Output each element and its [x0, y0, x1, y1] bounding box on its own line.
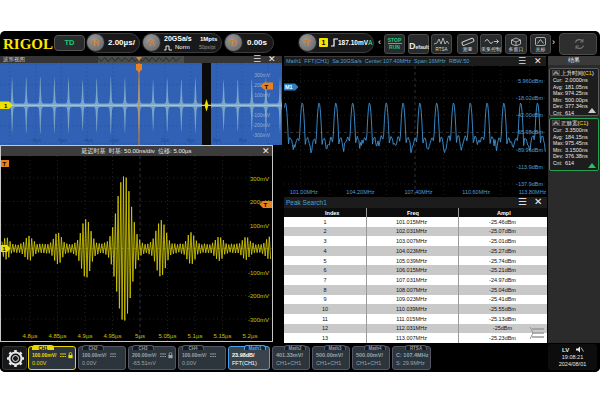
- svg-text:-300mV: -300mV: [252, 132, 270, 138]
- svg-text:4µs: 4µs: [187, 137, 196, 143]
- svg-text:-6µs: -6µs: [57, 137, 67, 143]
- svg-text:5µs: 5µs: [135, 333, 145, 339]
- svg-text:6µs: 6µs: [213, 137, 222, 143]
- svg-text:107.40MHz: 107.40MHz: [404, 189, 432, 195]
- svg-text:5.2µs: 5.2µs: [243, 333, 258, 339]
- svg-text:104.20MHz: 104.20MHz: [346, 189, 374, 195]
- svg-text:-89.96dBm: -89.96dBm: [516, 147, 543, 153]
- svg-text:-42.00dBm: -42.00dBm: [516, 112, 543, 118]
- svg-text:-2µs: -2µs: [109, 137, 119, 143]
- svg-text:-113.9dBm: -113.9dBm: [517, 164, 544, 170]
- svg-text:-137.9dBm: -137.9dBm: [516, 181, 543, 187]
- svg-text:8µs: 8µs: [239, 137, 248, 143]
- svg-text:-100mV: -100mV: [252, 112, 270, 118]
- svg-text:4.95µs: 4.95µs: [103, 333, 121, 339]
- svg-text:110.60MHz: 110.60MHz: [462, 189, 490, 195]
- svg-text:300mV: 300mV: [250, 176, 269, 182]
- svg-text:5.05µs: 5.05µs: [158, 333, 176, 339]
- svg-text:5.15µs: 5.15µs: [213, 333, 231, 339]
- svg-text:2µs: 2µs: [161, 137, 170, 143]
- svg-text:-300mV: -300mV: [248, 317, 269, 323]
- svg-text:1: 1: [3, 246, 6, 252]
- svg-text:M1: M1: [285, 84, 293, 90]
- svg-text:T: T: [264, 202, 268, 208]
- svg-text:4.8µs: 4.8µs: [23, 333, 38, 339]
- svg-text:100mV: 100mV: [250, 223, 269, 229]
- svg-text:300mV: 300mV: [254, 72, 271, 78]
- svg-text:101.00MHz: 101.00MHz: [290, 189, 318, 195]
- svg-text:5.960dBm: 5.960dBm: [518, 78, 543, 84]
- svg-text:5.1µs: 5.1µs: [188, 333, 203, 339]
- svg-text:4.85µs: 4.85µs: [48, 333, 66, 339]
- svg-text:T: T: [265, 84, 269, 90]
- svg-text:4.9µs: 4.9µs: [78, 333, 93, 339]
- svg-text:-18.02dBm: -18.02dBm: [516, 95, 543, 101]
- svg-text:-65.98dBm: -65.98dBm: [516, 129, 543, 135]
- svg-text:T: T: [3, 161, 7, 167]
- svg-text:-100mV: -100mV: [248, 270, 269, 276]
- svg-text:113.80MHz: 113.80MHz: [519, 189, 546, 195]
- svg-text:-4µs: -4µs: [83, 137, 93, 143]
- svg-text:-200mV: -200mV: [252, 122, 270, 128]
- svg-text:-8µs: -8µs: [31, 137, 41, 143]
- svg-text:100mV: 100mV: [254, 92, 271, 98]
- svg-text:-200mV: -200mV: [248, 293, 269, 299]
